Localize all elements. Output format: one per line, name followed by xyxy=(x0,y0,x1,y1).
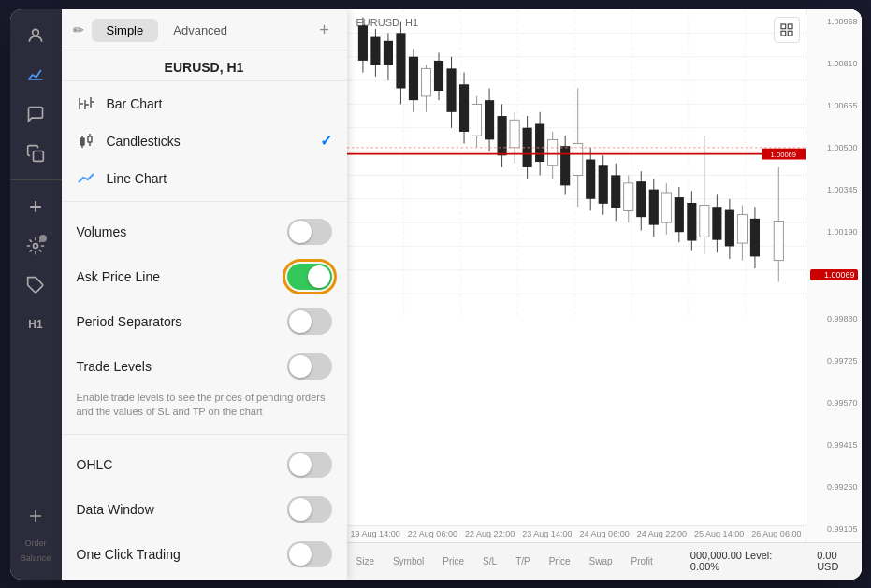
col-swap: Swap xyxy=(588,556,612,566)
price-11: 0.99260 xyxy=(810,482,858,492)
col-sl: S/L xyxy=(483,556,497,566)
col-size: Size xyxy=(356,556,374,566)
sidebar-icon-dot xyxy=(19,229,52,263)
data-window-label: Data Window xyxy=(77,502,280,517)
svg-rect-15 xyxy=(80,138,84,145)
chart-type-line[interactable]: Line Chart xyxy=(62,160,347,197)
ask-price-label: Ask Price Line xyxy=(77,269,280,284)
price-10: 0.99415 xyxy=(810,440,858,450)
ohlc-toggle[interactable] xyxy=(287,452,332,478)
ask-price-knob xyxy=(308,265,330,288)
svg-rect-110 xyxy=(781,24,786,29)
col-price1: Price xyxy=(443,556,464,566)
time-6: 24 Aug 22:00 xyxy=(637,529,687,538)
sidebar-icon-person[interactable] xyxy=(19,19,52,52)
profit-value: 0.00 USD xyxy=(817,550,851,572)
sidebar-icon-copy[interactable] xyxy=(19,136,52,170)
chart-type-candlesticks[interactable]: Candlesticks ✓ xyxy=(62,122,347,160)
svg-rect-71 xyxy=(547,139,557,165)
trade-levels-knob xyxy=(289,355,312,378)
svg-rect-69 xyxy=(535,123,544,162)
period-separators-row: Period Separators xyxy=(62,299,347,344)
sidebar-icon-chat[interactable] xyxy=(19,97,52,131)
period-separators-label: Period Separators xyxy=(77,314,280,329)
price-5: 1.00345 xyxy=(810,185,858,194)
tab-advanced[interactable]: Advanced xyxy=(158,19,242,42)
sidebar-icon-tag[interactable] xyxy=(19,268,52,302)
sidebar-icon-chart[interactable] xyxy=(19,58,52,92)
svg-rect-111 xyxy=(788,24,792,29)
level-value: 000,000.00 Level: 0.00% xyxy=(690,550,779,572)
time-8: 26 Aug 06:00 xyxy=(751,529,801,538)
svg-rect-53 xyxy=(433,60,443,90)
col-symbol: Symbol xyxy=(393,556,424,566)
chart-tools xyxy=(774,17,800,43)
price-4: 1.00500 xyxy=(810,143,858,152)
trade-levels-row: Trade Levels xyxy=(62,344,347,389)
sidebar-icon-add-order[interactable] xyxy=(19,499,52,533)
ask-price-toggle[interactable] xyxy=(287,264,332,290)
chart-type-bar[interactable]: Bar Chart xyxy=(62,85,347,122)
svg-rect-79 xyxy=(598,165,607,204)
svg-text:1.00069: 1.00069 xyxy=(770,150,795,158)
price-7: 0.99880 xyxy=(810,314,858,323)
chart-area: EURUSD, H1 xyxy=(347,9,862,580)
chart-tool-icon[interactable] xyxy=(774,17,800,43)
svg-point-0 xyxy=(33,29,39,36)
trade-levels-toggle[interactable] xyxy=(287,353,332,380)
candlesticks-label: Candlesticks xyxy=(107,134,309,149)
svg-rect-41 xyxy=(357,24,367,60)
svg-rect-43 xyxy=(370,36,380,65)
data-window-toggle[interactable] xyxy=(287,496,332,523)
tab-simple[interactable]: Simple xyxy=(92,19,159,42)
settings-panel: ✏ Simple Advanced + EURUSD, H1 xyxy=(62,9,347,580)
price-9: 0.99570 xyxy=(810,398,858,408)
time-5: 24 Aug 06:00 xyxy=(580,529,630,538)
period-separators-toggle[interactable] xyxy=(287,308,332,335)
svg-rect-83 xyxy=(623,182,632,210)
svg-rect-87 xyxy=(648,189,658,224)
sidebar-icon-h1[interactable]: H1 xyxy=(19,308,52,341)
bar-chart-icon xyxy=(77,94,95,113)
ohlc-row: OHLC xyxy=(62,442,347,487)
line-chart-label: Line Chart xyxy=(107,171,332,186)
svg-rect-65 xyxy=(510,120,519,148)
vertical-sidebar: H1 Order Balance xyxy=(10,9,62,580)
data-window-knob xyxy=(289,498,312,521)
one-click-trading-label: One Click Trading xyxy=(77,547,280,562)
svg-rect-113 xyxy=(781,31,786,36)
col-profit: Profit xyxy=(631,556,653,566)
svg-rect-89 xyxy=(661,192,671,222)
price-3: 1.00655 xyxy=(810,101,858,110)
svg-rect-101 xyxy=(737,214,747,242)
svg-rect-61 xyxy=(485,100,494,139)
bar-chart-label: Bar Chart xyxy=(107,96,332,111)
ohlc-knob xyxy=(289,453,312,476)
svg-rect-18 xyxy=(88,136,92,142)
time-axis: 19 Aug 14:00 22 Aug 06:00 22 Aug 22:00 2… xyxy=(347,525,806,542)
add-tab-button[interactable]: + xyxy=(313,19,336,41)
price-12: 0.99105 xyxy=(810,524,858,534)
toggle-settings-section: Volumes Ask Price Line Period Separators xyxy=(62,202,347,436)
price-axis: 1.00968 1.00810 1.00655 1.00500 1.00345 … xyxy=(806,9,862,542)
bottom-bar: Size Symbol Price S/L T/P Price Swap Pro… xyxy=(347,542,862,580)
one-click-trading-toggle[interactable] xyxy=(287,541,332,567)
svg-rect-49 xyxy=(408,56,417,99)
balance-label: Balance xyxy=(21,553,51,563)
volumes-toggle[interactable] xyxy=(287,219,332,245)
extra-settings-section: OHLC Data Window One Click Trading xyxy=(62,435,347,579)
one-click-trading-row: One Click Trading xyxy=(62,532,347,577)
svg-rect-105 xyxy=(774,221,783,260)
price-2: 1.00810 xyxy=(810,59,858,68)
volumes-label: Volumes xyxy=(77,224,280,239)
svg-rect-99 xyxy=(724,209,733,246)
panel-header: ✏ Simple Advanced + xyxy=(62,9,347,50)
sidebar-icon-plus[interactable] xyxy=(19,190,52,223)
svg-rect-57 xyxy=(458,84,468,132)
trade-levels-label: Trade Levels xyxy=(77,359,280,374)
app-window: H1 Order Balance ✏ Simple Advanced xyxy=(10,9,862,580)
ask-price-row: Ask Price Line xyxy=(62,254,347,299)
order-label: Order xyxy=(24,538,46,548)
main-content: H1 Order Balance ✏ Simple Advanced xyxy=(10,9,862,580)
panel-title: EURUSD, H1 xyxy=(62,50,347,81)
